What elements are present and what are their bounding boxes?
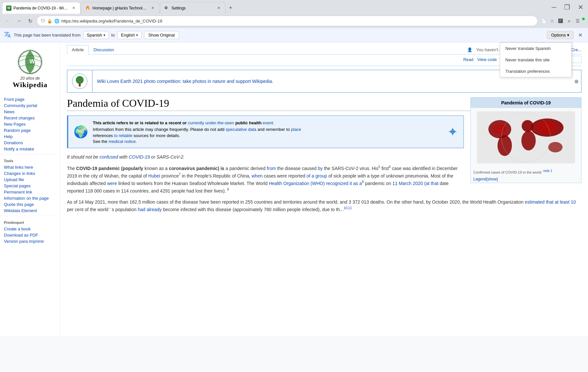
sidebar-item-special-pages[interactable]: Special pages bbox=[0, 183, 60, 189]
reader-icon[interactable]: 📄 bbox=[540, 17, 547, 25]
from-link[interactable]: from bbox=[267, 166, 276, 171]
ref10[interactable]: 10 bbox=[344, 206, 347, 210]
had-already-link[interactable]: had already bbox=[138, 207, 162, 212]
main-content: Article Discussion 👤 You haven't agreed.… bbox=[60, 42, 588, 336]
never-translate-spanish[interactable]: Never translate Spanish bbox=[500, 43, 571, 54]
url-text[interactable]: https://es.wikipedia.org/wiki/Pandemia_d… bbox=[61, 19, 533, 23]
march-2020-link[interactable]: 11 March 2020 (at that bbox=[392, 181, 438, 186]
forward-button[interactable]: → bbox=[14, 16, 24, 25]
close-window-button[interactable]: ✕ bbox=[575, 2, 586, 12]
when-link[interactable]: when bbox=[252, 173, 262, 178]
sidebar-divider-tools bbox=[0, 154, 60, 154]
sidebar-item-wikidata[interactable]: Wikidata Element bbox=[0, 208, 60, 214]
by-link[interactable]: by bbox=[318, 166, 323, 171]
who-link[interactable]: Health Organization (WHO) recognized it … bbox=[269, 181, 362, 186]
tab-close-wikipedia[interactable]: ✕ bbox=[71, 6, 76, 11]
tab-close-settings[interactable]: ✕ bbox=[216, 6, 221, 11]
confused-link[interactable]: confused bbox=[100, 154, 118, 160]
more-tools-icon[interactable]: » bbox=[565, 17, 573, 25]
sidebar-item-front-page[interactable]: Front page bbox=[0, 96, 60, 102]
menu-icon[interactable]: ☰ bbox=[574, 17, 581, 25]
infobox-legend[interactable]: Legend[show] bbox=[471, 176, 581, 183]
tab-title-ghacks: Homepage | gHacks Technology Ne... bbox=[92, 6, 148, 10]
speculative-data-link[interactable]: speculative data bbox=[226, 127, 256, 132]
notice-box-content: This article refers to or is related to … bbox=[93, 120, 443, 144]
of-group-link[interactable]: of a group bbox=[306, 173, 327, 178]
sidebar-item-upload-file[interactable]: Upload file bbox=[0, 177, 60, 183]
banner-link[interactable]: Wiki Loves Earth 2021 photo competition:… bbox=[97, 79, 273, 84]
from-language-button[interactable]: Spanish ▾ bbox=[83, 31, 109, 39]
ref7[interactable]: 7 bbox=[179, 173, 181, 176]
sidebar-item-download-pdf[interactable]: Download as PDF bbox=[0, 232, 60, 238]
banner-close-button[interactable]: ⊗ bbox=[572, 76, 581, 87]
tab-close-ghacks[interactable]: ✕ bbox=[150, 6, 155, 11]
sidebar-item-info-page[interactable]: Information on the page bbox=[0, 195, 60, 201]
ref6[interactable]: 6 bbox=[389, 165, 391, 169]
sidebar-item-version-imprimir[interactable]: Versión para imprimir bbox=[0, 238, 60, 244]
tab-discussion[interactable]: Discussion bbox=[89, 45, 119, 54]
tab-wikipedia[interactable]: W Pandemia de COVID-19 - Wikipedia ✕ bbox=[2, 2, 80, 14]
tab-article[interactable]: Article bbox=[67, 45, 89, 54]
sidebar-item-notify-mistake[interactable]: Notify a mistake bbox=[0, 146, 60, 152]
tab-bar: W Pandemia de COVID-19 - Wikipedia ✕ 🔥 H… bbox=[0, 0, 588, 14]
back-button[interactable]: ← bbox=[3, 16, 12, 25]
were-link[interactable]: were bbox=[107, 181, 117, 186]
view-code-tab[interactable]: View code bbox=[477, 57, 497, 62]
estimated-link[interactable]: estimated that at least 10 bbox=[525, 199, 576, 205]
sidebar-item-create-book[interactable]: Create a book bbox=[0, 226, 60, 232]
ref9[interactable]: 9 bbox=[227, 188, 229, 191]
covid19-link[interactable]: COVID-19 bbox=[129, 154, 150, 160]
new-tab-button[interactable]: + bbox=[226, 3, 235, 12]
under-the-seen-link[interactable]: currently under-the-seen bbox=[188, 120, 234, 125]
sidebar-item-what-links-here[interactable]: What links here bbox=[0, 164, 60, 170]
tools-label: Tools bbox=[0, 156, 60, 164]
tab-settings[interactable]: ⚙ Settings ✕ bbox=[160, 2, 225, 14]
sidebar-item-quote-page[interactable]: Quote this page bbox=[0, 201, 60, 208]
ref5[interactable]: 5 bbox=[378, 165, 380, 169]
print-label: Print/export bbox=[0, 218, 60, 226]
sidebar-item-community-portal[interactable]: Community portal bbox=[0, 102, 60, 109]
refresh-button[interactable]: ↻ bbox=[25, 16, 35, 25]
show-original-button[interactable]: Show Original bbox=[144, 31, 179, 39]
sidebar-item-new-pages[interactable]: New Pages bbox=[0, 121, 60, 127]
read-tab[interactable]: Read bbox=[463, 57, 473, 62]
infobox-title: Pandemia of COVID-19 bbox=[471, 98, 581, 108]
bookmark-icon[interactable]: ☆ bbox=[548, 17, 556, 25]
place-link[interactable]: place bbox=[291, 127, 301, 132]
sidebar-item-donations[interactable]: Donations bbox=[0, 140, 60, 146]
infobox-note-link[interactable]: note 1 bbox=[543, 169, 552, 173]
sidebar-item-changes-in-links[interactable]: Changes in links bbox=[0, 170, 60, 177]
ref11[interactable]: ,11 bbox=[347, 206, 352, 210]
never-translate-site[interactable]: Never translate this site bbox=[500, 54, 571, 66]
svg-point-11 bbox=[521, 131, 536, 150]
sidebar-item-news[interactable]: News bbox=[0, 109, 60, 115]
medical-notice-link[interactable]: medical notice. bbox=[108, 139, 137, 144]
reliable-link[interactable]: to reliable bbox=[114, 133, 132, 138]
translation-bar: This page has been translated from Spani… bbox=[0, 28, 588, 42]
tab-favicon-wikipedia: W bbox=[6, 6, 11, 11]
sidebar-item-permanent-link[interactable]: Permanent link bbox=[0, 189, 60, 195]
tab-ghacks[interactable]: 🔥 Homepage | gHacks Technology Ne... ✕ bbox=[81, 2, 159, 14]
wiki-logo: W 20 años de Wikipedia bbox=[0, 46, 60, 92]
minimize-button[interactable]: ─ bbox=[549, 2, 559, 12]
event-link[interactable]: event. bbox=[263, 120, 274, 125]
sidebar-item-help[interactable]: Help bbox=[0, 133, 60, 140]
create-link[interactable]: Cre... bbox=[571, 47, 581, 52]
ref8[interactable]: 8 bbox=[362, 180, 364, 184]
to-language-button[interactable]: English ▾ bbox=[117, 31, 141, 39]
pocket-icon[interactable]: 🅿 bbox=[557, 17, 564, 25]
svg-point-13 bbox=[548, 142, 563, 152]
translate-icon bbox=[4, 31, 11, 39]
address-bar[interactable]: 🛡 🔒 🌐 https://es.wikipedia.org/wiki/Pand… bbox=[37, 16, 538, 26]
translation-preferences[interactable]: Translation preferences bbox=[500, 66, 571, 77]
sidebar-item-random-page[interactable]: Random page bbox=[0, 127, 60, 133]
tab-title-settings: Settings bbox=[172, 6, 214, 10]
maximize-button[interactable]: ❐ bbox=[562, 2, 573, 12]
sidebar-item-recent-changes[interactable]: Recent changes bbox=[0, 115, 60, 121]
options-button[interactable]: Options ▾ bbox=[547, 31, 574, 39]
wiki-anniversary: 20 años de bbox=[3, 76, 57, 81]
close-translation-bar-button[interactable]: ✕ bbox=[576, 31, 584, 39]
hubei-link[interactable]: Hubei bbox=[148, 173, 160, 178]
tab-title-wikipedia: Pandemia de COVID-19 - Wikipedia bbox=[13, 6, 69, 10]
wiki-globe-icon: W bbox=[17, 49, 43, 75]
